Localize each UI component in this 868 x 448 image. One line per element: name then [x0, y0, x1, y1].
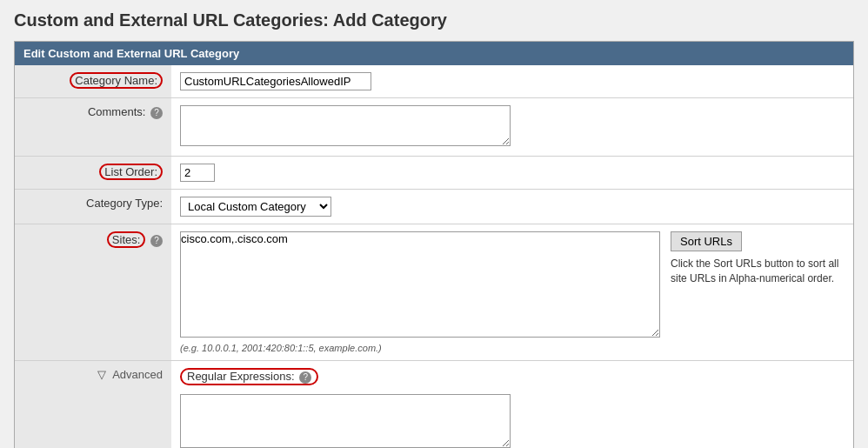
- category-type-row: Category Type: Local Custom Category Ext…: [15, 190, 853, 224]
- list-order-label: List Order:: [99, 164, 163, 180]
- edit-panel: Edit Custom and External URL Category Ca…: [14, 41, 854, 448]
- list-order-label-cell: List Order:: [15, 157, 171, 190]
- advanced-label: Advanced: [112, 368, 163, 381]
- comments-value-cell: [171, 98, 853, 157]
- category-name-value-cell: [171, 65, 853, 98]
- regular-expr-label-wrapper: Regular Expressions: ?: [180, 368, 845, 391]
- advanced-label-cell: ▽ Advanced: [15, 361, 171, 449]
- list-order-input[interactable]: [180, 164, 215, 182]
- advanced-row: ▽ Advanced Regular Expressions: ? Enter …: [15, 361, 853, 449]
- list-order-row: List Order:: [15, 157, 853, 190]
- regular-expr-label: Regular Expressions: ?: [180, 368, 318, 385]
- list-order-value-cell: [171, 157, 853, 190]
- category-name-label-cell: Category Name:: [15, 65, 171, 98]
- form-table: Category Name: Comments: ? List: [15, 65, 853, 448]
- sites-value-cell: cisco.com,.cisco.com (e.g. 10.0.0.1, 200…: [171, 224, 853, 361]
- comments-label: Comments:: [88, 105, 145, 118]
- category-type-label-cell: Category Type:: [15, 190, 171, 224]
- category-name-row: Category Name:: [15, 65, 853, 98]
- sites-right: Sort URLs Click the Sort URLs button to …: [671, 231, 845, 353]
- sites-label-cell: Sites: ?: [15, 224, 171, 361]
- sites-left: cisco.com,.cisco.com (e.g. 10.0.0.1, 200…: [180, 231, 660, 353]
- advanced-value-cell: Regular Expressions: ? Enter one regular…: [171, 361, 853, 449]
- comments-label-cell: Comments: ?: [15, 98, 171, 157]
- comments-help-icon[interactable]: ?: [150, 107, 163, 119]
- regular-expr-textarea[interactable]: [180, 394, 511, 448]
- comments-textarea[interactable]: [180, 105, 511, 146]
- category-name-input[interactable]: [180, 72, 371, 90]
- panel-header: Edit Custom and External URL Category: [15, 42, 853, 65]
- sites-label: Sites:: [107, 231, 146, 248]
- sites-row: Sites: ? cisco.com,.cisco.com (e.g. 10.0…: [15, 224, 853, 361]
- category-type-value-cell: Local Custom Category External Live Feed…: [171, 190, 853, 224]
- category-name-label: Category Name:: [70, 72, 163, 89]
- advanced-triangle-icon: ▽: [97, 368, 106, 381]
- sites-hint: (e.g. 10.0.0.1, 2001:420:80:1::5, exampl…: [180, 343, 660, 353]
- sites-textarea[interactable]: cisco.com,.cisco.com: [180, 231, 660, 338]
- category-type-label: Category Type:: [86, 197, 163, 210]
- page-title: Custom and External URL Categories: Add …: [14, 10, 854, 30]
- regular-expr-help-icon[interactable]: ?: [299, 371, 311, 384]
- category-type-select[interactable]: Local Custom Category External Live Feed…: [180, 197, 331, 217]
- sites-layout: cisco.com,.cisco.com (e.g. 10.0.0.1, 200…: [180, 231, 845, 353]
- page-wrapper: Custom and External URL Categories: Add …: [0, 0, 868, 448]
- sort-urls-button[interactable]: Sort URLs: [671, 231, 742, 251]
- sort-description: Click the Sort URLs button to sort all s…: [671, 257, 845, 286]
- comments-row: Comments: ?: [15, 98, 853, 157]
- sites-help-icon[interactable]: ?: [150, 235, 163, 247]
